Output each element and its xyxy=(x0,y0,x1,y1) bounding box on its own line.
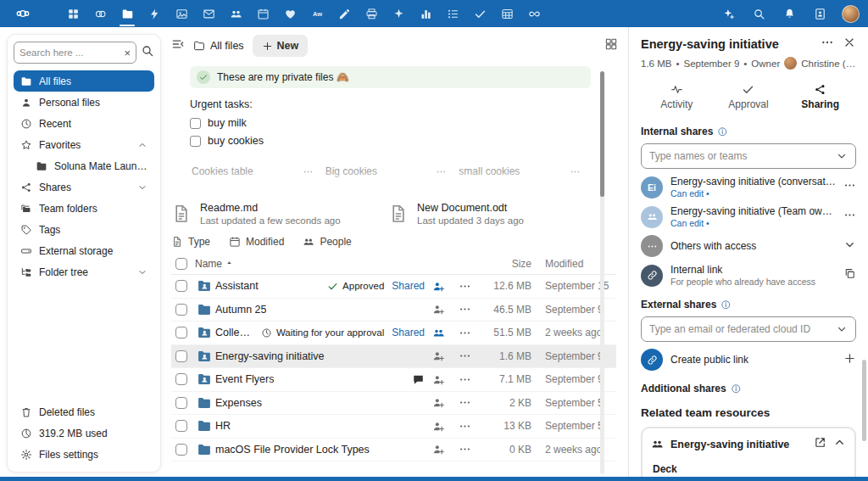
row-checkbox[interactable] xyxy=(175,373,187,385)
row-actions-button[interactable] xyxy=(459,280,471,293)
share-button[interactable] xyxy=(432,396,445,409)
sidebar-item-all-files[interactable]: All files xyxy=(14,70,154,92)
filter-modified[interactable]: Modified xyxy=(229,236,284,248)
select-all-checkbox[interactable] xyxy=(175,258,187,270)
app-integration[interactable] xyxy=(385,0,412,27)
sidebar-item-favorites[interactable]: Favorites xyxy=(14,134,154,155)
sidebar-item-personal-files[interactable]: Personal files xyxy=(14,92,154,113)
share-button[interactable] xyxy=(432,327,445,339)
sidebar-item-soluna-mate-launch[interactable]: Soluna Mate Launch xyxy=(14,155,154,176)
external-share-input[interactable] xyxy=(649,323,836,335)
chevron-down-icon[interactable] xyxy=(836,323,848,335)
sidebar-item-files-settings[interactable]: Files settings xyxy=(14,444,154,465)
app-openproject[interactable] xyxy=(520,0,548,27)
chevron-down-icon[interactable] xyxy=(836,150,848,162)
file-row[interactable]: AssistantApprovedShared12.6 MBSeptember … xyxy=(171,275,616,299)
sidebar-item-external-storage[interactable]: External storage xyxy=(14,240,154,261)
share-button[interactable] xyxy=(432,373,445,386)
collapse-sidebar-button[interactable] xyxy=(171,37,185,54)
tab-sharing[interactable]: Sharing xyxy=(784,80,856,117)
panel-scrollbar-thumb[interactable] xyxy=(862,360,866,441)
share-button[interactable] xyxy=(432,443,445,456)
share-button[interactable] xyxy=(432,280,445,293)
open-team-button[interactable] xyxy=(814,436,826,452)
row-checkbox[interactable] xyxy=(175,397,187,409)
column-size[interactable]: Size xyxy=(479,258,535,270)
sidebar-item-tags[interactable]: Tags xyxy=(14,219,154,240)
row-actions-button[interactable] xyxy=(459,350,471,362)
add-link-button[interactable] xyxy=(843,352,856,368)
chevron-up-icon[interactable] xyxy=(137,140,147,150)
app-approvals[interactable] xyxy=(466,0,493,27)
app-calendar[interactable] xyxy=(249,0,276,27)
app-tables[interactable] xyxy=(493,0,520,27)
details-close-button[interactable] xyxy=(843,36,856,53)
recommended-file-card[interactable]: Readme.mdLast updated a few seconds ago xyxy=(171,202,388,226)
info-icon[interactable] xyxy=(731,383,742,394)
todo-checkbox[interactable] xyxy=(190,136,201,147)
file-row[interactable]: Autumn 2546.5 MBSeptember 9 xyxy=(171,299,616,322)
app-contacts[interactable] xyxy=(222,0,249,27)
sidebar-item-recent[interactable]: Recent xyxy=(14,113,154,134)
share-permission[interactable]: Can edit • xyxy=(670,218,836,228)
shared-label[interactable]: Shared xyxy=(392,280,425,292)
app-dashboard[interactable] xyxy=(59,0,86,27)
share-actions-button[interactable] xyxy=(843,179,856,195)
sidebar-item-deleted-files[interactable]: Deleted files xyxy=(14,401,154,422)
file-row[interactable]: macOS File Provider Lock Types0 KB2 week… xyxy=(171,439,616,462)
topbar-assistant-quick[interactable] xyxy=(715,0,742,27)
row-checkbox[interactable] xyxy=(175,280,187,292)
app-files[interactable] xyxy=(114,0,141,27)
app-assistant[interactable]: Aw xyxy=(303,0,331,27)
topbar-contacts-menu[interactable] xyxy=(806,0,833,27)
sidebar-item-shares[interactable]: Shares xyxy=(14,176,154,198)
breadcrumb[interactable]: All files xyxy=(193,40,244,52)
info-icon[interactable] xyxy=(721,299,732,310)
share-row[interactable]: EiEnergy-saving initiative (conversation… xyxy=(641,172,856,202)
chevron-down-icon[interactable] xyxy=(137,182,147,193)
search-submit-button[interactable] xyxy=(141,44,154,61)
app-office[interactable] xyxy=(358,0,385,27)
app-collectives[interactable] xyxy=(276,0,303,27)
share-actions-button[interactable] xyxy=(843,209,856,225)
share-button[interactable] xyxy=(432,350,445,362)
file-row[interactable]: Energy-saving initiative1.6 MBSeptember … xyxy=(171,345,616,369)
share-row[interactable]: Others with access xyxy=(641,232,856,260)
new-button[interactable]: New xyxy=(253,35,309,57)
collapse-card-button[interactable] xyxy=(833,436,846,452)
main-scrollbar-thumb[interactable] xyxy=(600,71,604,197)
sort-by-name[interactable]: Name xyxy=(193,258,450,270)
share-permission[interactable]: Can edit • xyxy=(670,188,836,199)
user-avatar[interactable] xyxy=(842,5,860,23)
share-button[interactable] xyxy=(432,420,445,433)
share-row[interactable]: Energy-saving initiative (Team owned by … xyxy=(641,202,856,232)
file-row[interactable]: Event Flyers7.1 MBSeptember 9 xyxy=(171,368,616,392)
share-row[interactable]: Create public link xyxy=(641,345,856,374)
recommended-file-card[interactable]: New Document.odtLast updated 3 days ago xyxy=(388,202,605,226)
filter-people[interactable]: People xyxy=(303,236,351,248)
shared-label[interactable]: Shared xyxy=(392,327,425,338)
tab-approval[interactable]: Approval xyxy=(713,80,785,117)
row-actions-button[interactable] xyxy=(459,303,471,316)
search-input[interactable] xyxy=(19,48,124,58)
copy-link-button[interactable] xyxy=(843,267,856,283)
comment-button[interactable] xyxy=(412,373,425,386)
chevron-down-icon[interactable] xyxy=(137,267,147,277)
details-actions-button[interactable] xyxy=(821,36,834,53)
row-checkbox[interactable] xyxy=(175,350,187,362)
grid-view-toggle[interactable] xyxy=(604,37,618,54)
app-notes[interactable] xyxy=(331,0,358,27)
row-checkbox[interactable] xyxy=(175,327,187,338)
info-icon[interactable] xyxy=(717,126,728,137)
topbar-notifications[interactable] xyxy=(776,0,803,27)
row-actions-button[interactable] xyxy=(459,396,471,409)
app-tasks[interactable] xyxy=(439,0,466,27)
row-checkbox[interactable] xyxy=(175,420,187,432)
sidebar-item-319-2-mb-used[interactable]: 319.2 MB used xyxy=(14,422,154,444)
row-actions-button[interactable] xyxy=(459,443,471,456)
app-gallery[interactable] xyxy=(168,0,195,27)
app-analytics[interactable] xyxy=(412,0,439,27)
filter-type[interactable]: Type xyxy=(171,236,210,248)
share-row[interactable]: Internal linkFor people who already have… xyxy=(641,260,856,290)
nextcloud-logo[interactable] xyxy=(8,0,37,27)
